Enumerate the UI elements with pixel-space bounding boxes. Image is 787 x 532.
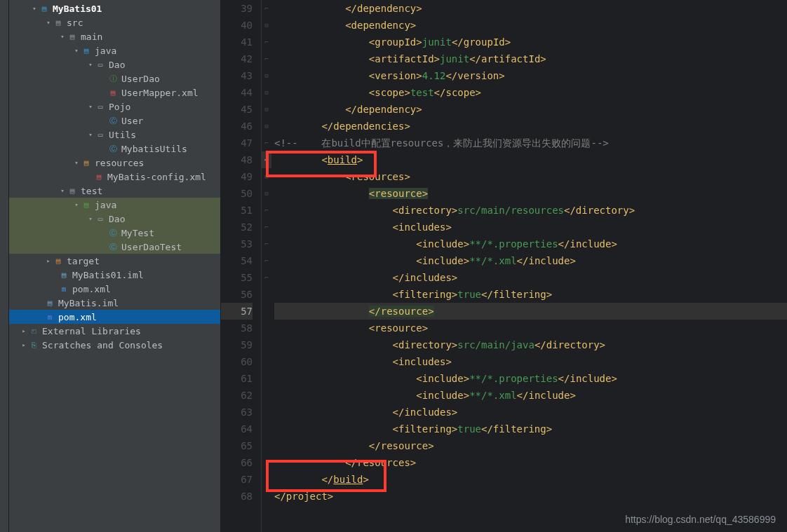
gutter-line-55: 55 (221, 269, 253, 286)
fold-mark-60[interactable]: ⊟ (262, 185, 271, 202)
fold-mark-40[interactable]: ⊟ (262, 17, 271, 34)
fold-mark-48[interactable]: ⊟ (262, 67, 271, 84)
gutter-line-53: 53 (221, 236, 253, 252)
line-51: <directory>src/main/resources</directory… (274, 202, 787, 219)
gutter-line-39: 39 (221, 0, 253, 17)
gutter-line-63: 63 (221, 404, 253, 421)
line-59: <directory>src/main/java</directory> (274, 336, 787, 353)
line-68: </project> (274, 488, 787, 505)
tree-pkg-dao-test[interactable]: ▾▭Dao (9, 212, 220, 226)
line-61: <include>**/*.properties</include> (274, 370, 787, 387)
tree-folder-main[interactable]: ▾▤main (9, 29, 220, 43)
fold-mark-63[interactable]: ⌐ (262, 202, 271, 219)
tree-scratches[interactable]: ▸⎘Scratches and Consoles (9, 338, 220, 352)
gutter-line-42: 42 (221, 50, 253, 67)
gutter-line-41: 41 (221, 34, 253, 50)
tree-external-libs[interactable]: ▸⏍External Libraries (9, 324, 220, 338)
gutter-line-51: 51 (221, 202, 253, 219)
tree-file-userdao[interactable]: ⒾUserDao (9, 71, 220, 86)
gutter-line-52: 52 (221, 219, 253, 236)
project-tree[interactable]: ▾▤MyBatis01 ▾▤src ▾▤main ▾▤java ▾▭Dao ⒾU… (9, 0, 221, 532)
tree-file-userdaotest[interactable]: ⒸUserDaoTest (9, 240, 220, 254)
line-41: <groupId>junit</groupId> (274, 34, 787, 50)
code-editor[interactable]: 3940414243444546474849505152535455565758… (221, 0, 787, 532)
tree-file-mybatis-config[interactable]: ▤MyBatis-config.xml (9, 170, 220, 184)
tree-file-mytest[interactable]: ⒸMyTest (9, 226, 220, 240)
gutter: 3940414243444546474849505152535455565758… (221, 0, 262, 532)
gutter-line-58: 58 (221, 320, 253, 336)
gutter-line-65: 65 (221, 437, 253, 454)
line-58: <resource> (274, 320, 787, 336)
gutter-line-60: 60 (221, 353, 253, 370)
tree-folder-test[interactable]: ▾▤test (9, 184, 220, 198)
fold-mark-50[interactable]: ⊟ (262, 101, 271, 118)
gutter-line-54: 54 (221, 252, 253, 269)
tree-file-mybatis-iml[interactable]: ▤MyBatis.iml (9, 296, 220, 310)
tree-folder-target[interactable]: ▸▤target (9, 254, 220, 268)
line-56: <filtering>true</filtering> (274, 286, 787, 303)
fold-mark-49[interactable]: ⊟ (262, 84, 271, 101)
tree-file-usermapper-xml[interactable]: ▤UserMapper.xml (9, 86, 220, 100)
gutter-line-43: 43 (221, 67, 253, 84)
tree-folder-java[interactable]: ▾▤java (9, 43, 220, 57)
line-53: <include>**/*.properties</include> (274, 236, 787, 252)
tree-pkg-dao[interactable]: ▾▭Dao (9, 57, 220, 71)
gutter-line-66: 66 (221, 454, 253, 471)
line-64: <filtering>true</filtering> (274, 421, 787, 437)
gutter-line-59: 59 (221, 336, 253, 353)
fold-column[interactable]: ⌐⊟⌐⌐⊟⊟⊟⊟⌐⌐⊟⊟⌐⌐⌐⌐⌐ (262, 0, 271, 532)
line-60: <includes> (274, 353, 787, 370)
fold-mark-46[interactable]: ⌐ (262, 50, 271, 67)
line-65: </resource> (274, 437, 787, 454)
gutter-line-49: 49 (221, 168, 253, 185)
gutter-line-67: 67 (221, 471, 253, 488)
gutter-line-61: 61 (221, 370, 253, 387)
line-43: <version>4.12</version> (274, 67, 787, 84)
line-42: <artifactId>junit</artifactId> (274, 50, 787, 67)
tree-folder-test-java[interactable]: ▾▤java (9, 198, 220, 212)
tree-file-user[interactable]: ⒸUser (9, 114, 220, 128)
tree-pkg-pojo[interactable]: ▾▭Pojo (9, 100, 220, 114)
fold-mark-68[interactable]: ⌐ (262, 269, 271, 286)
gutter-line-47: 47 (221, 135, 253, 151)
tree-file-pom-xml[interactable]: mpom.xml (9, 282, 220, 296)
fold-mark-45[interactable]: ⌐ (262, 34, 271, 50)
tree-file-mybatis01-iml[interactable]: ▤MyBatis01.iml (9, 268, 220, 282)
tree-module-mybatis01[interactable]: ▾▤MyBatis01 (9, 1, 220, 15)
line-45: </dependency> (274, 101, 787, 118)
line-48: <build> (274, 151, 787, 168)
code-area[interactable]: </dependency> <dependency> <groupId>juni… (271, 0, 787, 532)
line-44: <scope>test</scope> (274, 84, 787, 101)
line-67: </build> (274, 471, 787, 488)
gutter-line-68: 68 (221, 488, 253, 505)
line-49: <resources> (274, 168, 787, 185)
tree-pkg-utils[interactable]: ▾▭Utils (9, 128, 220, 142)
tree-folder-resources[interactable]: ▾▤resources (9, 156, 220, 170)
fold-mark-65[interactable]: ⌐ (262, 219, 271, 236)
fold-mark-55[interactable]: ⌐ (262, 135, 271, 151)
fold-mark-39[interactable]: ⌐ (262, 0, 271, 17)
fold-mark-58[interactable]: ⊟ (262, 168, 271, 185)
line-39: </dependency> (274, 0, 787, 17)
tree-folder-src[interactable]: ▾▤src (9, 15, 220, 29)
gutter-line-40: 40 (221, 17, 253, 34)
line-62: <include>**/*.xml</include> (274, 387, 787, 404)
line-40: <dependency> (274, 17, 787, 34)
gutter-line-48: 48 (221, 151, 253, 168)
gutter-line-45: 45 (221, 101, 253, 118)
line-47: <!-- 在build中配置resources，来防止我们资源导出失败的问题--… (274, 135, 787, 151)
line-63: </includes> (274, 404, 787, 421)
fold-mark-66[interactable]: ⌐ (262, 236, 271, 252)
fold-mark-57[interactable]: ⌐ (262, 151, 271, 168)
line-57: </resource> (274, 303, 787, 320)
tree-file-root-pom[interactable]: mpom.xml (9, 310, 220, 324)
fold-mark-52[interactable]: ⊟ (262, 118, 271, 135)
gutter-line-50: 50 (221, 185, 253, 202)
tree-file-mybatisutils[interactable]: ⒸMybatisUtils (9, 142, 220, 156)
line-46: </dependencies> (274, 118, 787, 135)
line-52: <includes> (274, 219, 787, 236)
fold-mark-67[interactable]: ⌐ (262, 252, 271, 269)
tool-window-rail[interactable] (0, 0, 9, 532)
watermark: https://blog.csdn.net/qq_43586999 (625, 514, 776, 525)
gutter-line-64: 64 (221, 421, 253, 437)
